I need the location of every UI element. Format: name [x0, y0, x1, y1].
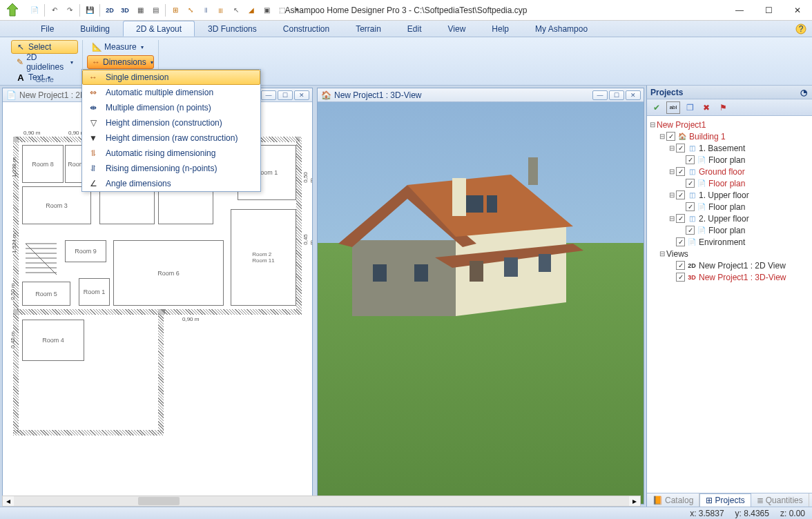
tree-views[interactable]: ⊟Views: [648, 248, 811, 260]
svg-rect-17: [487, 195, 497, 213]
maximize-button[interactable]: ☐: [754, 1, 783, 20]
status-z: z: 0.00: [780, 509, 805, 518]
svg-rect-20: [470, 261, 483, 282]
snap-grid-icon[interactable]: ⊞: [168, 3, 182, 17]
svg-rect-23: [528, 157, 538, 185]
rename-icon[interactable]: abl: [666, 101, 680, 114]
status-y: y: 8.4365: [735, 509, 769, 518]
scroll-right-icon[interactable]: ▸: [629, 496, 640, 506]
pin-icon[interactable]: ◔: [799, 88, 809, 97]
dropdown-auto-rising[interactable]: ⥮ Automatic rising dimensioning: [82, 146, 260, 161]
projects-header: Projects ◔: [647, 86, 812, 99]
tree-view2d[interactable]: ✓2DNew Project1 : 2D View: [648, 260, 811, 271]
new-icon[interactable]: 📄: [28, 3, 41, 17]
menu-construction[interactable]: Construction: [270, 21, 342, 37]
tab-catalog[interactable]: 📙Catalog: [647, 493, 699, 507]
tool-b-icon[interactable]: ▣: [260, 3, 273, 17]
pane-maximize-button[interactable]: ☐: [278, 90, 293, 100]
tree-floorplan[interactable]: ✓📄Floor plan: [648, 224, 811, 236]
single-dim-icon: ↔: [85, 71, 102, 84]
flag-icon[interactable]: ⚑: [716, 101, 730, 114]
pane-3d-title: New Project1 : 3D-View: [334, 90, 422, 100]
dimensions-icon: ↔: [92, 57, 100, 67]
tab-projects[interactable]: ⊞Projects: [699, 493, 751, 507]
tree-root[interactable]: ⊟New Project1: [648, 119, 811, 130]
ribbon-group-label: Gene: [7, 75, 82, 84]
menu-file[interactable]: File: [28, 21, 67, 37]
menu-3d-functions[interactable]: 3D Functions: [195, 21, 270, 37]
dropdown-auto-multiple[interactable]: ⇔ Automatic multiple dimension: [82, 85, 260, 100]
scroll-thumb[interactable]: [138, 497, 180, 505]
dropdown-height-construction[interactable]: ▽ Height dimension (construction): [82, 115, 260, 130]
measure-button[interactable]: 📐 Measure ▾: [87, 40, 154, 54]
doc-2d-icon: 📄: [6, 90, 17, 101]
close-button[interactable]: ✕: [783, 1, 812, 20]
height-con-icon: ▽: [85, 117, 102, 129]
projects-tree: ⊟New Project1 ⊟✓🏠Building 1 ⊟✓◫1. Baseme…: [647, 116, 812, 286]
tree-floorplan[interactable]: ✓📄Floor plan: [648, 154, 811, 166]
view-3d-icon[interactable]: 3D: [118, 3, 132, 17]
angle-icon: ∠: [85, 177, 102, 190]
snap-angle-icon[interactable]: ⤡: [184, 3, 197, 17]
snap-columns-icon[interactable]: ⫼: [214, 3, 228, 17]
dropdown-angle[interactable]: ∠ Angle dimensions: [82, 176, 260, 191]
layers-icon[interactable]: ❐: [683, 101, 697, 114]
tree-floor[interactable]: ⊟✓◫2. Upper floor: [648, 213, 811, 224]
dropdown-multiple-npoints[interactable]: ⇼ Multiple dimension (n points): [82, 100, 260, 115]
minimize-button[interactable]: —: [725, 1, 754, 20]
guidelines-button[interactable]: ✎ 2D guidelines ▾: [11, 55, 78, 69]
multi-n-icon: ⇼: [85, 101, 102, 114]
chevron-down-icon: ▾: [141, 44, 144, 50]
tab-quantities[interactable]: ≣Quantities: [751, 493, 809, 507]
tree-environment[interactable]: ✓📄Environment: [648, 236, 811, 248]
plan-room: Room 8: [22, 145, 64, 183]
scroll-left-icon[interactable]: ◂: [3, 496, 14, 506]
pointer-icon[interactable]: ↖: [229, 3, 243, 17]
pane-minimize-button[interactable]: —: [261, 90, 276, 100]
dimensions-button[interactable]: ↔ Dimensions ▾: [87, 55, 154, 69]
tree-view3d[interactable]: ✓3DNew Project1 : 3D-View: [648, 271, 811, 283]
tool-a-icon[interactable]: ◢: [244, 3, 258, 17]
snap-lines-icon[interactable]: ⫴: [199, 3, 213, 17]
redo-icon[interactable]: ↷: [63, 3, 77, 17]
tree-floorplan[interactable]: ✓📄Floor plan: [648, 201, 811, 213]
dropdown-height-raw[interactable]: ▼ Height dimension (raw construction): [82, 130, 260, 146]
tree-building[interactable]: ⊟✓🏠Building 1: [648, 130, 811, 142]
grid-small-icon[interactable]: ▦: [133, 3, 147, 17]
tree-floor[interactable]: ⊟✓◫Ground floor: [648, 166, 811, 177]
horizontal-scrollbar[interactable]: ◂ ▸: [2, 496, 641, 507]
menu-help[interactable]: Help: [478, 21, 522, 37]
menu-2d-layout[interactable]: 2D & Layout: [123, 21, 195, 37]
check-icon[interactable]: ✔: [650, 101, 664, 114]
dropdown-rising-npoints[interactable]: ⥯ Rising dimensioning (n-points): [82, 161, 260, 176]
select-label: Select: [28, 42, 51, 52]
rising-n-icon: ⥯: [85, 162, 102, 175]
menu-terrain[interactable]: Terrain: [342, 21, 394, 37]
tree-floor[interactable]: ⊟✓◫1. Basement: [648, 142, 811, 154]
undo-icon[interactable]: ↶: [48, 3, 61, 17]
tree-floor[interactable]: ⊟✓◫1. Upper floor: [648, 189, 811, 201]
menu-my-ashampoo[interactable]: My Ashampoo: [522, 21, 601, 37]
select-button[interactable]: ↖ Select: [11, 40, 78, 54]
doc-3d-icon: 🏠: [320, 90, 331, 101]
tree-floorplan[interactable]: ✓📄Floor plan: [648, 177, 811, 189]
delete-icon[interactable]: ✖: [699, 101, 713, 114]
view-2d-icon[interactable]: 2D: [103, 3, 117, 17]
plan-room: Room 2Room 11: [231, 209, 296, 306]
help-icon[interactable]: ?: [795, 21, 806, 37]
menu-building[interactable]: Building: [67, 21, 123, 37]
pane-close-button[interactable]: ✕: [294, 90, 309, 100]
save-icon[interactable]: 💾: [83, 3, 97, 17]
pane-minimize-button[interactable]: —: [592, 90, 608, 100]
menu-edit[interactable]: Edit: [394, 21, 435, 37]
dropdown-single-dimension[interactable]: ↔ Single dimension: [82, 70, 260, 85]
auto-rising-icon: ⥮: [85, 147, 102, 159]
height-raw-icon: ▼: [85, 132, 102, 144]
grid-large-icon[interactable]: ▤: [148, 3, 162, 17]
view3d-canvas[interactable]: [318, 102, 644, 504]
svg-text:?: ?: [799, 24, 804, 34]
pane-3d-header: 🏠 New Project1 : 3D-View — ☐ ✕: [318, 88, 644, 102]
menu-view[interactable]: View: [435, 21, 479, 37]
pane-maximize-button[interactable]: ☐: [609, 90, 624, 100]
pane-close-button[interactable]: ✕: [626, 90, 641, 100]
